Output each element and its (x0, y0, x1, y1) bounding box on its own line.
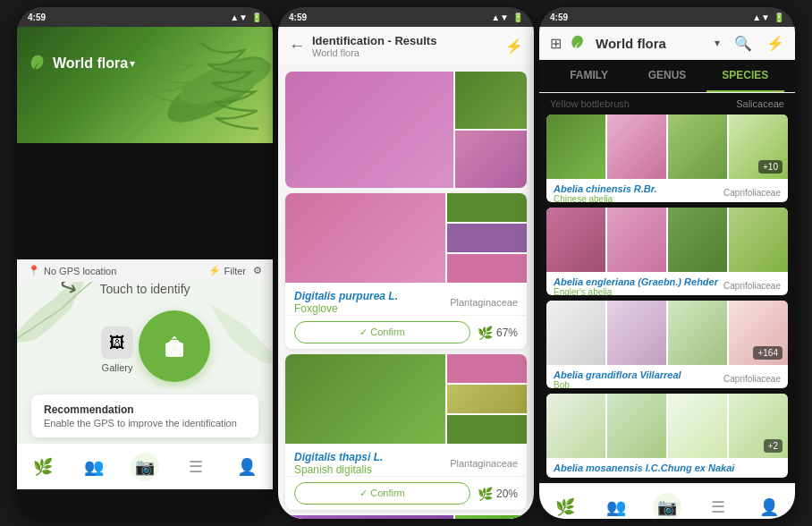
result-sm-img-1a (447, 193, 527, 222)
sp-img-1c (668, 115, 727, 179)
species-images-3: +164 (546, 301, 788, 365)
result-main-img-2 (285, 354, 445, 444)
filter-icon-3[interactable]: ⚡ (766, 35, 784, 52)
bottom-nav-3: 🌿 👥 📷 ☰ 👤 (539, 483, 795, 519)
plus-badge-4: +2 (764, 439, 782, 453)
result-card-3-partial (285, 515, 527, 519)
signal-icon-3: ▲▼ (752, 13, 770, 22)
plus-badge-1: +10 (758, 160, 782, 174)
sp-img-1b (607, 115, 666, 179)
rec-title: Recommendation (44, 403, 246, 416)
species-subheader: Yellow bottlebrush Salicaceae (539, 93, 795, 115)
confirm-button-1[interactable]: ✓ Confirm (294, 321, 470, 344)
settings-button[interactable]: ⚙ (253, 265, 262, 276)
side-img-2 (455, 131, 527, 188)
back-button[interactable]: ← (289, 37, 305, 55)
sp-img-4c (668, 394, 727, 458)
filter-icon: ⚡ (208, 265, 221, 276)
sp-latin-4: Abelia mosanensis I.C.Chung ex Nakai (554, 462, 781, 473)
confirm-button-2[interactable]: ✓ Confirm (294, 482, 470, 505)
status-bar-1: 4:59 ▲▼ 🔋 (17, 7, 273, 27)
settings-icon: ⚙ (253, 265, 262, 276)
result-images-1 (285, 193, 527, 283)
results-scroll: Digitalis purpurea L. Foxglove Plantagin… (278, 66, 534, 519)
location-icon: 📍 (28, 265, 40, 276)
sp-img-3c (668, 301, 727, 365)
phone-2: 4:59 ▲▼ 🔋 ← Identification - Results Wor… (278, 7, 534, 519)
nav3-list[interactable]: ☰ (693, 497, 744, 517)
species-header-bar: ⊞ World flora ▾ 🔍 ⚡ (539, 27, 795, 60)
battery-icon-3: 🔋 (774, 13, 784, 22)
nav3-camera[interactable]: 📷 (641, 493, 692, 520)
leaf-decoration-right (201, 300, 273, 371)
species-item-1[interactable]: +10 Abelia chinensis R.Br. Chinese abeli… (546, 115, 788, 202)
leaf-logo-3 (569, 34, 587, 52)
time-1: 4:59 (28, 13, 46, 22)
sp-img-3b (607, 301, 666, 365)
sp-img-4b (607, 394, 666, 458)
species-images-2 (546, 208, 788, 272)
main-content-1: ↩ Touch to identify 🖼 Gallery (17, 282, 273, 389)
result-sm-img-2c (447, 415, 527, 444)
result-sm-3a (455, 515, 527, 519)
touch-hint: ↩ Touch to identify (99, 282, 190, 310)
species-list: +10 Abelia chinensis R.Br. Chinese abeli… (539, 115, 795, 483)
nav3-profile[interactable]: 👤 (744, 497, 795, 517)
leaf-decoration-left (17, 282, 106, 353)
results-subtitle: World flora (312, 47, 505, 58)
result-actions-1: ✓ Confirm 🌿 67% (285, 315, 527, 349)
leaf-confidence-icon-1: 🌿 (478, 326, 493, 340)
nav3-plants[interactable]: 🌿 (539, 497, 590, 517)
results-filter-icon[interactable]: ⚡ (505, 38, 523, 55)
list-nav-icon: ☰ (189, 457, 203, 477)
result-side-imgs-2 (447, 354, 527, 444)
sp-img-4a (546, 394, 605, 458)
species-info-4: Abelia mosanensis I.C.Chung ex Nakai (546, 458, 788, 478)
species-app-title: World flora (596, 36, 707, 51)
dropdown-3[interactable]: ▾ (715, 37, 720, 49)
camera-identify-button[interactable] (139, 310, 210, 382)
bottom-nav-1: 🌿 👥 📷 ☰ 👤 (17, 443, 273, 489)
species-item-3[interactable]: +164 Abelia grandiflora Villarreal Bob C… (546, 301, 788, 388)
dropdown-arrow-1[interactable]: ▾ (130, 57, 135, 70)
nav-community[interactable]: 👥 (68, 457, 119, 477)
species-item-4[interactable]: +2 Abelia mosanensis I.C.Chung ex Nakai (546, 394, 788, 478)
species-item-2[interactable]: Abelia engleriana (Graebn.) Rehder Engle… (546, 208, 788, 295)
result-images-2 (285, 354, 527, 444)
rec-text: Enable the GPS to improve the identifica… (44, 418, 246, 428)
result-main-img-3 (285, 515, 453, 519)
nav-profile[interactable]: 👤 (222, 457, 273, 477)
search-icon-3[interactable]: 🔍 (734, 35, 752, 52)
confidence-2: 🌿 20% (478, 487, 518, 501)
recommendation-box: Recommendation Enable the GPS to improve… (31, 394, 258, 437)
result-sm-img-2a (447, 354, 527, 383)
sp-img-2b (607, 208, 666, 272)
sp-img-2d (729, 208, 788, 272)
tab-species[interactable]: SPECIES (706, 60, 784, 92)
grid-icon[interactable]: ⊞ (550, 35, 562, 52)
tab-genus[interactable]: GENUS (628, 60, 706, 92)
gps-button[interactable]: 📍 No GPS location (28, 265, 116, 276)
confidence-1: 🌿 67% (478, 326, 518, 340)
side-images (455, 72, 527, 188)
nav-camera[interactable]: 📷 (119, 453, 170, 481)
results-header-title: Identification - Results World flora (312, 34, 505, 58)
gallery-label: Gallery (102, 362, 133, 373)
leaf-confidence-icon-2: 🌿 (478, 487, 493, 501)
nav-plants[interactable]: 🌿 (17, 457, 68, 477)
plus-badge-3: +164 (753, 346, 782, 360)
phone1-app: World flora ▾ 📍 No GPS location ⚡ (17, 27, 273, 489)
battery-icon-1: 🔋 (251, 13, 262, 22)
nav3-community[interactable]: 👥 (590, 497, 641, 517)
tab-family[interactable]: FAMILY (550, 60, 628, 92)
signal-icon-1: ▲▼ (230, 13, 248, 22)
main-flower-img (285, 72, 453, 188)
species-info-1: Abelia chinensis R.Br. Chinese abelia Ca… (546, 179, 788, 202)
touch-label: Touch to identify (99, 282, 190, 296)
community-nav-icon: 👥 (84, 457, 104, 477)
camera-icon (156, 328, 192, 364)
filter-button[interactable]: ⚡ Filter (208, 265, 246, 276)
toolbar-1: 📍 No GPS location ⚡ Filter ⚙ (17, 259, 273, 282)
nav-list[interactable]: ☰ (171, 457, 222, 477)
result-card-1: Digitalis purpurea L. Foxglove Plantagin… (285, 193, 527, 349)
